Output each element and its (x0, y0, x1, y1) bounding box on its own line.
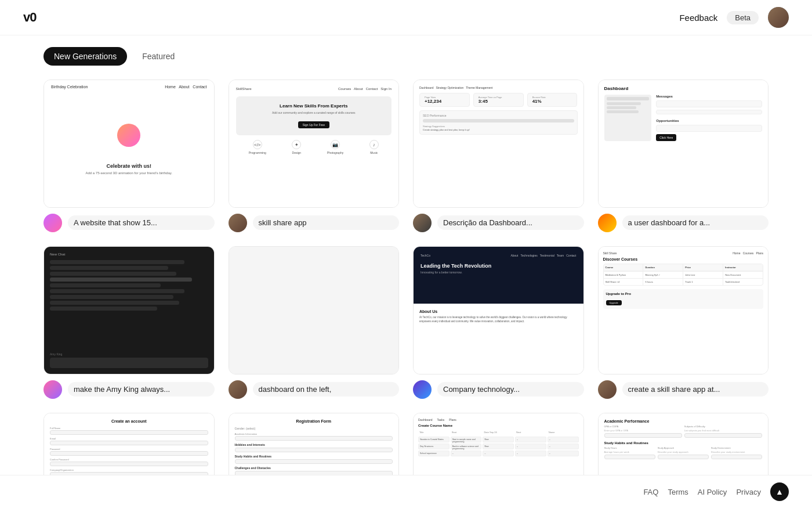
card-avatar (229, 214, 247, 232)
card-avatar (413, 214, 432, 232)
card-avatar (44, 380, 62, 399)
card-label: create a skill share app at... (622, 382, 769, 397)
tabs-nav: New Generations Featured (0, 35, 812, 75)
preview-row: Messages Opportunities Click Here (604, 95, 763, 141)
footer-faq-link[interactable]: FAQ (643, 488, 658, 496)
preview-inner: DashboardStrategy OptimizationTheme Mana… (414, 80, 583, 207)
list-item[interactable]: dashboard on the left, (229, 246, 400, 399)
list-item[interactable]: New Chat Amy King make the Amy King alwa… (44, 246, 215, 399)
card-avatar (598, 380, 617, 399)
list-item[interactable]: Skill Share Home Courses Plans Discover … (598, 246, 769, 399)
preview-nav: DashboardStrategy OptimizationTheme Mana… (419, 86, 578, 89)
card-label: A website that show 15... (68, 215, 215, 230)
card-label: skill share app (253, 215, 400, 230)
header: v0 Feedback Beta (0, 0, 812, 35)
list-item[interactable]: SkillShare Courses About Contact Sign In… (229, 80, 400, 232)
card-avatar (598, 214, 617, 232)
preview-icons: </> Programming ✦ Design 📷 Photography ♪… (236, 140, 392, 154)
footer-ai-policy-link[interactable]: AI Policy (698, 488, 727, 496)
preview-table: Course Duration Price Instructor Meditat… (603, 264, 764, 286)
preview-metrics: Page View +12,234 Average Time on Page 3… (419, 93, 578, 107)
card-info: dashboard on the left, (229, 380, 400, 399)
preview-inner: SkillShare Courses About Contact Sign In… (229, 80, 399, 207)
preview-section: SEO Performance Strategy Suggestions Cre… (419, 110, 578, 135)
preview-nav: Birthday Celebration Home About Contact (44, 85, 214, 89)
preview-inner: TechCo About Technologies Testimonial Te… (414, 247, 583, 374)
card-preview[interactable]: DashboardStrategy OptimizationTheme Mana… (413, 80, 584, 208)
preview-main: Messages Opportunities Click Here (656, 95, 762, 141)
card-label: a user dashboard for a... (622, 215, 769, 230)
preview-sidebar (604, 95, 652, 141)
preview-inner: Skill Share Home Courses Plans Discover … (599, 247, 768, 374)
preview-upgrade: Upgrade to Pro Upgrade (603, 289, 764, 309)
preview-title: Academic Performance (604, 419, 763, 423)
preview-section2: Study Habits and Routines Study Hours Av… (604, 441, 763, 459)
card-info: Descrição da Dashboard... (413, 214, 584, 232)
preview-title: Dashboard (604, 86, 763, 91)
preview-inner: Dashboard Messages Opportunities (599, 80, 768, 207)
card-preview[interactable]: Skill Share Home Courses Plans Discover … (598, 246, 769, 374)
tab-new-generations[interactable]: New Generations (44, 47, 127, 66)
preview-hero: TechCo About Technologies Testimonial Te… (414, 247, 583, 304)
preview-nav: DashboardTasksPlans (418, 418, 579, 421)
footer-privacy-link[interactable]: Privacy (736, 488, 761, 496)
card-preview[interactable]: New Chat Amy King (44, 246, 215, 374)
card-avatar (229, 380, 247, 399)
list-item[interactable]: Birthday Celebration Home About Contact … (44, 80, 215, 232)
preview-row: School experience – – – – (418, 451, 579, 456)
footer: FAQ Terms AI Policy Privacy ▲ (0, 475, 812, 508)
cards-grid: Birthday Celebration Home About Contact … (0, 75, 812, 508)
beta-badge[interactable]: Beta (727, 11, 759, 24)
card-avatar (44, 214, 62, 232)
preview-subtext: Add a 75-second 3D animation for your fr… (86, 171, 172, 175)
preview-title: Create an account (50, 419, 208, 423)
preview-nav: Skill Share Home Courses Plans (603, 251, 764, 255)
preview-nav: SkillShare Courses About Contact Sign In (236, 87, 392, 91)
preview-hero: Learn New Skills From Experts Add our co… (236, 96, 392, 135)
card-preview[interactable]: TechCo About Technologies Testimonial Te… (413, 246, 584, 374)
card-info: skill share app (229, 214, 400, 232)
card-info: a user dashboard for a... (598, 214, 769, 232)
preview-decoration (117, 124, 140, 147)
card-info: create a skill share app at... (598, 380, 769, 399)
header-right: Feedback Beta (679, 7, 789, 28)
preview-row: Day Structures Back in software science … (418, 444, 579, 449)
card-label: make the Amy King always... (68, 382, 215, 397)
card-preview[interactable]: Dashboard Messages Opportunities (598, 80, 769, 208)
preview-title: Registration Form (235, 419, 393, 423)
list-item[interactable]: Dashboard Messages Opportunities (598, 80, 769, 232)
card-label: dashboard on the left, (253, 382, 400, 397)
preview-heading: Celebrate with us! (106, 163, 151, 169)
card-info: Company technology... (413, 380, 584, 399)
tab-featured[interactable]: Featured (132, 47, 185, 66)
list-item[interactable]: DashboardStrategy OptimizationTheme Mana… (413, 80, 584, 232)
card-preview[interactable] (229, 246, 400, 374)
preview-row: Vacation in Coastal States Start in samp… (418, 437, 579, 442)
card-label: Company technology... (437, 382, 584, 397)
logo[interactable]: v0 (23, 10, 36, 25)
preview-section: GPA or CGPA Enter your GPA or GPA Subjec… (604, 425, 763, 438)
card-info: A website that show 15... (44, 214, 215, 232)
preview-inner: New Chat Amy King (44, 247, 214, 374)
preview-title: Discover Courses (603, 257, 764, 261)
avatar[interactable] (768, 7, 789, 28)
list-item[interactable]: TechCo About Technologies Testimonial Te… (413, 246, 584, 399)
preview-inner (229, 247, 399, 374)
preview-body: About Us At TechCo, our mission is to le… (414, 304, 583, 329)
card-label: Descrição da Dashboard... (437, 215, 584, 230)
card-avatar (413, 380, 432, 399)
card-info: make the Amy King always... (44, 380, 215, 399)
footer-terms-link[interactable]: Terms (668, 488, 688, 496)
scroll-top-button[interactable]: ▲ (770, 482, 789, 501)
card-preview[interactable]: SkillShare Courses About Contact Sign In… (229, 80, 400, 208)
preview-table-header: Title Start Date Sep 24 Next Name (418, 430, 579, 435)
feedback-button[interactable]: Feedback (679, 13, 717, 23)
card-preview[interactable]: Birthday Celebration Home About Contact … (44, 80, 215, 208)
